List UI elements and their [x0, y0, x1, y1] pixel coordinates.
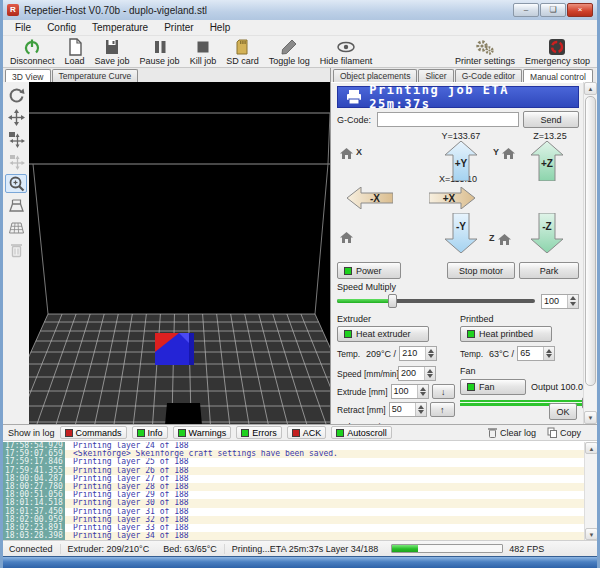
menu-help[interactable]: Help — [202, 21, 239, 34]
power-row: Power Stop motor Park — [337, 261, 579, 280]
3d-viewport[interactable] — [29, 82, 330, 424]
printer-settings-button[interactable]: Printer settings — [450, 36, 520, 67]
grid-view-tool[interactable] — [5, 218, 27, 237]
trash-icon — [488, 427, 497, 438]
jog-minus-y-button[interactable]: -Y — [445, 213, 477, 253]
menu-file[interactable]: File — [7, 21, 39, 34]
zoom-view-tool[interactable] — [5, 174, 27, 193]
printbed-temp-spinner[interactable]: 65 — [517, 346, 555, 361]
fan-button[interactable]: Fan — [460, 379, 526, 395]
tab-slicer[interactable]: Slicer — [418, 69, 453, 82]
jog-plus-x-button[interactable]: +X — [429, 187, 475, 209]
load-button[interactable]: Load — [60, 36, 90, 67]
home-y-button[interactable]: Y — [493, 147, 516, 160]
move-view-tool[interactable] — [5, 108, 27, 127]
retract-label: Retract [mm] — [337, 405, 386, 415]
clear-log-button[interactable]: Clear log — [485, 427, 539, 438]
left-panel: 3D View Temperature Curve — [3, 68, 331, 424]
tab-temperature-curve[interactable]: Temperature Curve — [52, 69, 139, 82]
log-message: Printing layer 24 of 188 — [65, 442, 584, 450]
retract-button[interactable]: ↑ — [430, 402, 455, 417]
scroll-down-arrow[interactable]: ▼ — [584, 411, 597, 424]
svg-text:+Y: +Y — [455, 158, 468, 169]
retract-row: Retract [mm] 50 ↑ — [337, 401, 455, 418]
log-row: 17:58:54.929 Printing layer 24 of 188 — [3, 442, 584, 450]
menu-config[interactable]: Config — [39, 21, 84, 34]
toggle-log-button[interactable]: Toggle log — [264, 36, 315, 67]
kill-job-button[interactable]: Kill job — [185, 36, 222, 67]
log-toggle-button[interactable]: Info — [132, 426, 168, 439]
emergency-stop-button[interactable]: Emergency stop — [520, 36, 595, 67]
move-object-tool[interactable] — [5, 130, 27, 149]
spinner-buttons[interactable] — [415, 403, 426, 416]
home-x-button[interactable]: X — [339, 147, 362, 160]
rotate-view-tool[interactable] — [5, 86, 27, 105]
scroll-down-arrow[interactable]: ▼ — [585, 528, 597, 540]
disconnect-button[interactable]: Disconnect — [5, 36, 60, 67]
log-toggle-button[interactable]: Commands — [60, 426, 127, 439]
scroll-thumb[interactable] — [585, 96, 596, 386]
log-toggle-led — [178, 429, 186, 437]
ok-button[interactable]: OK — [549, 403, 577, 420]
log-toggle-button[interactable]: Errors — [236, 426, 282, 439]
delete-object-tool[interactable] — [5, 240, 27, 259]
slider-thumb[interactable] — [388, 294, 397, 308]
power-icon — [23, 38, 41, 56]
emergency-stop-icon — [548, 38, 566, 56]
log-toggle-button[interactable]: Autoscroll — [331, 426, 392, 439]
scroll-up-arrow[interactable]: ▲ — [585, 442, 597, 454]
jog-minus-z-button[interactable]: -Z — [531, 213, 563, 253]
log-toggle-button[interactable]: Warnings — [173, 426, 232, 439]
tab-3d-view[interactable]: 3D View — [5, 69, 51, 83]
printer-icon — [346, 90, 361, 104]
pause-job-button[interactable]: Pause job — [135, 36, 185, 67]
spinner-buttons[interactable] — [425, 347, 436, 360]
copy-button[interactable]: Copy — [544, 427, 584, 438]
home-z-button[interactable]: Z — [489, 233, 512, 246]
tab-gcode-editor[interactable]: G-Code editor — [455, 69, 522, 82]
retract-spinner[interactable]: 50 — [389, 402, 427, 417]
manual-panel-scrollbar[interactable]: ▲ ▼ — [583, 82, 596, 424]
spinner-buttons[interactable] — [417, 385, 428, 398]
log-row: 18:02:00.959 Printing layer 32 of 188 — [3, 516, 584, 524]
gcode-input[interactable] — [377, 112, 519, 127]
log-scrollbar[interactable]: ▲ ▼ — [584, 442, 597, 540]
speed-multiply-spinner[interactable]: 100 — [541, 294, 579, 309]
extrude-spinner[interactable]: 100 — [391, 384, 429, 399]
menu-temperature[interactable]: Temperature — [84, 21, 156, 34]
heat-printbed-button[interactable]: Heat printbed — [460, 326, 552, 342]
menu-printer[interactable]: Printer — [156, 21, 201, 34]
save-job-button[interactable]: Save job — [90, 36, 135, 67]
heat-extruder-button[interactable]: Heat extruder — [337, 326, 429, 342]
move-printhead-tool[interactable] — [5, 152, 27, 171]
log-row: 17:59:07.659 <Skeinforge> Skeinforge cra… — [3, 450, 584, 458]
spinner-buttons[interactable] — [543, 347, 554, 360]
park-button[interactable]: Park — [519, 262, 579, 279]
sd-card-button[interactable]: SD card — [221, 36, 264, 67]
minimize-button[interactable]: – — [513, 3, 539, 17]
spinner-buttons[interactable] — [424, 367, 435, 380]
extruder-temp-spinner[interactable]: 210 — [399, 346, 437, 361]
power-button[interactable]: Power — [337, 262, 401, 279]
tab-object-placements[interactable]: Object placements — [333, 69, 417, 82]
scroll-up-arrow[interactable]: ▲ — [584, 82, 597, 95]
jog-minus-x-button[interactable]: -X — [347, 187, 393, 209]
stop-motor-button[interactable]: Stop motor — [447, 262, 515, 279]
extruder-speed-row: Speed [mm/min] 200 — [337, 365, 455, 382]
maximize-button[interactable]: ❏ — [540, 3, 566, 17]
log-timestamp: 18:03:28.398 — [3, 532, 65, 540]
log-toggle-button[interactable]: ACK — [287, 426, 327, 439]
jog-plus-y-button[interactable]: +Y — [445, 141, 477, 181]
extruder-speed-spinner[interactable]: 200 — [398, 366, 436, 381]
perspective-view-tool[interactable] — [5, 196, 27, 215]
tab-manual-control[interactable]: Manual control — [523, 69, 593, 83]
log-message: Printing layer 30 of 188 — [65, 499, 584, 507]
jog-plus-z-button[interactable]: +Z — [531, 141, 563, 181]
home-all-button[interactable] — [339, 231, 354, 244]
speed-multiply-slider[interactable] — [337, 294, 535, 308]
extrude-button[interactable]: ↓ — [432, 384, 455, 399]
close-button[interactable]: × — [567, 3, 593, 17]
send-button[interactable]: Send — [523, 111, 579, 128]
hide-filament-button[interactable]: Hide filament — [315, 36, 378, 67]
spinner-buttons[interactable] — [567, 295, 578, 308]
